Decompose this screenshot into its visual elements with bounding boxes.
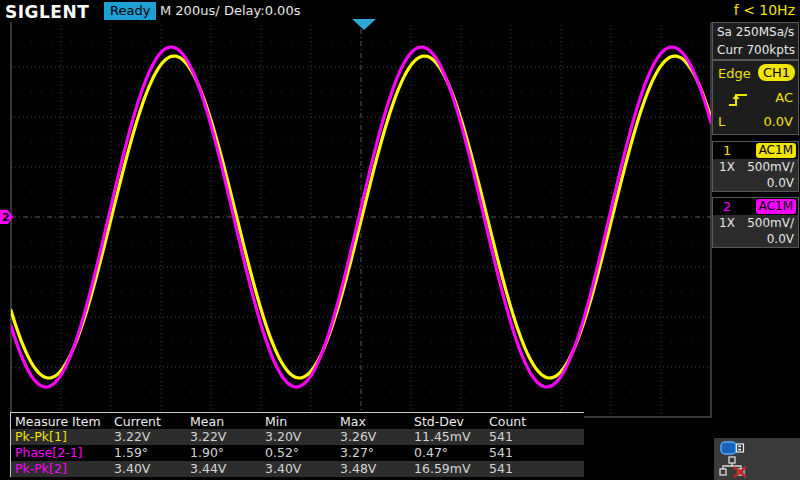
trigger-level-label: L bbox=[718, 114, 725, 129]
channel-2-scale-readout: 500mV/ bbox=[747, 216, 794, 230]
measure-value-cell: 0.47° bbox=[412, 445, 487, 461]
measure-value-cell: 3.26V bbox=[338, 429, 412, 445]
measure-item-label: Phase[2-1] bbox=[11, 445, 112, 461]
measure-value-cell: 11.45mV bbox=[412, 429, 487, 445]
measure-item-label: Pk-Pk[1] bbox=[11, 429, 112, 445]
memory-depth-readout: Curr 700kpts bbox=[713, 41, 798, 59]
measure-value-cell: 3.27° bbox=[338, 445, 412, 461]
acquisition-status-badge: Ready bbox=[104, 2, 156, 20]
channel-2-marker-label: 2 bbox=[2, 211, 10, 224]
measure-value-cell: 3.22V bbox=[188, 429, 263, 445]
measure-value-cell: 541 bbox=[487, 429, 583, 445]
channel-2-info-box[interactable]: 2 AC1M 1X 500mV/ 0.0V bbox=[712, 197, 799, 248]
trigger-info-box[interactable]: Edge CH1 AC L 0.0V bbox=[712, 60, 799, 135]
trigger-delay-readout[interactable]: Delay:0.00s bbox=[224, 3, 300, 18]
sample-rate-readout: Sa 250MSa/s bbox=[713, 23, 798, 41]
usb-icon bbox=[720, 441, 746, 455]
trigger-source-badge[interactable]: CH1 bbox=[758, 64, 795, 81]
measure-header-cell: Std-Dev bbox=[412, 413, 487, 430]
measure-value-cell: 541 bbox=[487, 461, 583, 477]
channel-1-probe-readout: 1X bbox=[719, 160, 735, 174]
measure-value-cell: 3.40V bbox=[112, 461, 188, 477]
acquisition-info-box[interactable]: Sa 250MSa/s Curr 700kpts bbox=[712, 22, 799, 60]
channel-2-number: 2 bbox=[723, 199, 731, 214]
table-row: Pk-Pk[1]3.22V3.22V3.20V3.26V11.45mV541 bbox=[11, 429, 584, 445]
trigger-position-marker-icon[interactable] bbox=[352, 19, 376, 30]
rising-edge-icon bbox=[727, 91, 749, 108]
table-row: Pk-Pk[2]3.40V3.44V3.40V3.48V16.59mV541 bbox=[11, 461, 584, 477]
measure-table: Measure ItemCurrentMeanMinMaxStd-DevCoun… bbox=[10, 412, 584, 477]
measure-header-cell: Mean bbox=[188, 413, 263, 430]
measure-header-cell: Current bbox=[112, 413, 188, 430]
oscilloscope-screen: SIGLENT Ready M 200us/ Delay:0.00s f < 1… bbox=[0, 0, 800, 480]
measure-value-cell: 3.40V bbox=[263, 461, 338, 477]
channel-2-level-marker-icon[interactable]: 2 bbox=[0, 210, 14, 225]
table-row: Measure ItemCurrentMeanMinMaxStd-DevCoun… bbox=[11, 413, 584, 429]
frequency-counter-readout: f < 10Hz bbox=[734, 2, 795, 18]
channel-2-probe-readout: 1X bbox=[719, 216, 735, 230]
measure-value-cell: 3.44V bbox=[188, 461, 263, 477]
measure-value-cell: 1.90° bbox=[188, 445, 263, 461]
measure-header-cell: Max bbox=[338, 413, 412, 430]
channel-2-offset-readout: 0.0V bbox=[767, 232, 794, 246]
measure-value-cell: 3.48V bbox=[338, 461, 412, 477]
waveform-display bbox=[0, 0, 800, 480]
measure-value-cell: 0.52° bbox=[263, 445, 338, 461]
measure-value-cell: 541 bbox=[487, 445, 583, 461]
trigger-coupling-readout: AC bbox=[775, 90, 793, 105]
measure-value-cell: 16.59mV bbox=[412, 461, 487, 477]
measure-value-cell: 3.22V bbox=[112, 429, 188, 445]
channel-1-coupling-badge: AC1M bbox=[756, 143, 796, 158]
channel-2-coupling-badge: AC1M bbox=[756, 199, 796, 214]
channel-1-number: 1 bbox=[723, 143, 731, 158]
measure-item-label: Pk-Pk[2] bbox=[11, 461, 112, 477]
trigger-type-label: Edge bbox=[718, 66, 751, 81]
table-row: Phase[2-1]1.59°1.90°0.52°3.27°0.47°541 bbox=[11, 445, 584, 461]
channel-1-offset-readout: 0.0V bbox=[767, 176, 794, 190]
channel-1-info-box[interactable]: 1 AC1M 1X 500mV/ 0.0V bbox=[712, 141, 799, 192]
timebase-readout[interactable]: M 200us/ bbox=[160, 3, 220, 18]
measure-value-cell: 1.59° bbox=[112, 445, 188, 461]
top-status-bar: SIGLENT Ready M 200us/ Delay:0.00s f < 1… bbox=[0, 0, 800, 22]
trigger-level-readout: 0.0V bbox=[763, 114, 793, 129]
connectivity-status-box bbox=[714, 438, 800, 480]
channel-1-scale-readout: 500mV/ bbox=[747, 160, 794, 174]
lan-disconnected-icon bbox=[718, 456, 748, 478]
measure-header-cell: Min bbox=[263, 413, 338, 430]
measure-value-cell: 3.20V bbox=[263, 429, 338, 445]
measure-header-cell: Count bbox=[487, 413, 583, 430]
siglent-logo: SIGLENT bbox=[5, 2, 89, 22]
measure-header-cell: Measure Item bbox=[11, 413, 112, 430]
